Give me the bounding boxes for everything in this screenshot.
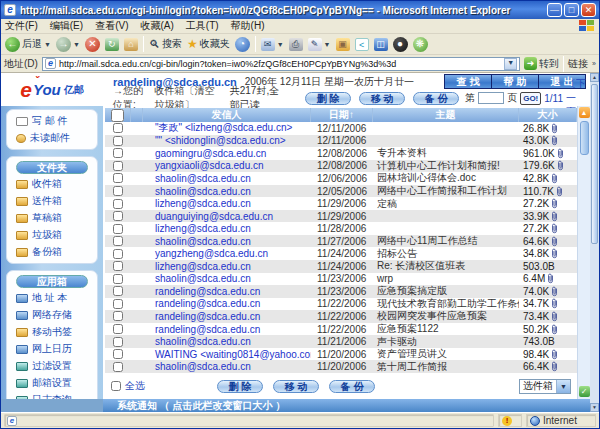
maximize-button[interactable]: □ bbox=[564, 3, 579, 17]
sender-link[interactable]: duanguiying@sdca.edu.cn bbox=[143, 211, 273, 222]
row-checkbox[interactable] bbox=[113, 199, 123, 209]
refresh-button[interactable]: ↻ bbox=[105, 38, 119, 51]
row-checkbox[interactable] bbox=[113, 274, 123, 284]
sender-link[interactable]: randeling@sdca.edu.cn bbox=[143, 324, 260, 335]
close-button[interactable]: ✕ bbox=[581, 3, 596, 17]
menu-help[interactable]: 帮助(H) bbox=[231, 19, 265, 33]
system-notice[interactable]: 系统通知 （ 点击此栏改变窗口大小 ） bbox=[103, 399, 590, 412]
subject-link[interactable] bbox=[373, 123, 377, 134]
sidebar-item-addressbook[interactable]: 地 址 本 bbox=[10, 291, 94, 305]
delete-button-bottom[interactable]: 删 除 bbox=[217, 380, 263, 393]
warning-icon[interactable]: ! bbox=[502, 416, 512, 426]
subject-link[interactable]: 专升本资料 bbox=[373, 147, 427, 158]
subject-link[interactable]: 第十周工作简报 bbox=[373, 361, 447, 372]
menu-favorites[interactable]: 收藏(A) bbox=[140, 19, 173, 33]
subject-link[interactable]: wrp bbox=[373, 273, 393, 284]
sender-link[interactable]: yangzheng@sdca.edu.cn bbox=[143, 248, 268, 259]
select-all[interactable]: 全选 bbox=[111, 379, 145, 393]
subject-link[interactable]: 应急预案1122 bbox=[373, 323, 439, 334]
outer-scrollbar[interactable]: ▲ ▼ bbox=[590, 73, 599, 412]
subject-link[interactable]: 园林培训心得体会.doc bbox=[373, 172, 476, 183]
sidebar-item-calendar[interactable]: 网上日历 bbox=[10, 342, 94, 356]
sidebar-item-sent[interactable]: 送件箱 bbox=[10, 194, 94, 208]
sidebar-item-unread[interactable]: 未读邮件 bbox=[10, 131, 94, 145]
inner-scrollbar[interactable]: ▲ ✓ bbox=[577, 106, 590, 399]
edit-button[interactable]: ✎▼ bbox=[308, 38, 331, 51]
sender-link[interactable]: lizheng@sdca.edu.cn bbox=[143, 198, 251, 209]
search-button[interactable]: 🔍︎搜索 bbox=[149, 37, 182, 51]
row-checkbox[interactable] bbox=[113, 211, 123, 221]
page-go-button[interactable]: GO! bbox=[520, 92, 541, 105]
delete-button-top[interactable]: 删 除 bbox=[305, 92, 351, 105]
row-checkbox[interactable] bbox=[113, 337, 123, 347]
select-all-checkbox[interactable] bbox=[111, 381, 121, 391]
sidebar-item-inbox[interactable]: 收件箱 bbox=[10, 177, 94, 191]
menu-edit[interactable]: 编辑(E) bbox=[50, 19, 83, 33]
sender-link[interactable]: randeling@sdca.edu.cn bbox=[143, 286, 260, 297]
forward-dropdown-icon[interactable]: ▼ bbox=[73, 41, 80, 48]
outer-scrollbar-thumb[interactable] bbox=[591, 84, 598, 244]
back-button[interactable]: ←后退▼ bbox=[5, 37, 51, 52]
scroll-top-icon[interactable]: ▲ bbox=[579, 107, 590, 118]
size-column-header[interactable]: 大小 bbox=[519, 108, 577, 122]
minimize-button[interactable]: — bbox=[547, 3, 562, 17]
select-all-header-checkbox[interactable] bbox=[111, 109, 124, 122]
mail-button[interactable]: ✉▼ bbox=[261, 38, 284, 51]
row-checkbox[interactable] bbox=[113, 249, 123, 259]
edit-dropdown-icon[interactable]: ▼ bbox=[324, 41, 331, 48]
row-checkbox[interactable] bbox=[113, 136, 123, 146]
row-checkbox[interactable] bbox=[113, 261, 123, 271]
subject-link[interactable] bbox=[373, 211, 377, 222]
subject-link[interactable]: 校园网突发事件应急预案 bbox=[373, 310, 487, 321]
sidebar-item-mailbox-settings[interactable]: 邮箱设置 bbox=[10, 376, 94, 390]
sender-link[interactable]: shaolin@sdca.edu.cn bbox=[143, 173, 251, 184]
chevron-down-icon[interactable]: ▼ bbox=[556, 380, 570, 393]
sidebar-item-bookmarks[interactable]: 移动书签 bbox=[10, 325, 94, 339]
menu-file[interactable]: 文件(F) bbox=[5, 19, 38, 33]
favorites-button[interactable]: ★收藏夹 bbox=[187, 37, 230, 51]
address-field[interactable]: e http://mail.sdca.edu.cn/cgi-bin/login?… bbox=[42, 57, 520, 71]
date-column-header[interactable]: 日期↑ bbox=[311, 108, 373, 122]
subject-link[interactable]: 现代技术教育部勤工助学工作条例 bbox=[373, 298, 519, 309]
row-checkbox[interactable] bbox=[113, 148, 123, 158]
row-checkbox[interactable] bbox=[113, 362, 123, 372]
sender-link[interactable]: randeling@sdca.edu.cn bbox=[143, 311, 260, 322]
sidebar-item-compose[interactable]: 写 邮 件 bbox=[10, 114, 94, 128]
inner-scrollbar-thumb[interactable] bbox=[580, 121, 589, 155]
sidebar-item-backup[interactable]: 备份箱 bbox=[10, 245, 94, 259]
menu-tools[interactable]: 工具(T) bbox=[186, 19, 219, 33]
row-checkbox[interactable] bbox=[113, 286, 123, 296]
history-button[interactable]: ◔ bbox=[235, 37, 250, 52]
row-checkbox[interactable] bbox=[113, 173, 123, 183]
mail-dropdown-icon[interactable]: ▼ bbox=[277, 41, 284, 48]
sidebar-item-netstorage[interactable]: 网络存储 bbox=[10, 308, 94, 322]
backup-button-top[interactable]: 备 份 bbox=[413, 92, 459, 105]
subject-link[interactable]: 定稿 bbox=[373, 198, 397, 209]
go-button[interactable]: ➜转到 bbox=[524, 57, 559, 71]
sender-link[interactable]: shaolin@sdca.edu.cn bbox=[143, 336, 251, 347]
print-button[interactable]: ⎙ bbox=[289, 38, 303, 51]
move-button-top[interactable]: 移 动 bbox=[359, 92, 405, 105]
row-checkbox[interactable] bbox=[113, 299, 123, 309]
subject-link[interactable]: 声卡驱动 bbox=[373, 336, 417, 347]
sender-link[interactable]: lizheng@sdca.edu.cn bbox=[143, 223, 251, 234]
address-url[interactable]: http://mail.sdca.edu.cn/cgi-bin/login?to… bbox=[59, 59, 396, 69]
row-checkbox[interactable] bbox=[113, 349, 123, 359]
subject-link[interactable] bbox=[373, 135, 377, 146]
sidebar-item-filter-settings[interactable]: 过滤设置 bbox=[10, 359, 94, 373]
messenger-plugin-button[interactable]: ▣ bbox=[336, 38, 350, 51]
sidebar-item-trash[interactable]: 垃圾箱 bbox=[10, 228, 94, 242]
row-checkbox[interactable] bbox=[113, 311, 123, 321]
sender-column-header[interactable]: 发信人 bbox=[143, 108, 311, 122]
plugin-button-2[interactable]: < bbox=[355, 38, 369, 51]
dict-plugin-button[interactable]: ◫ bbox=[374, 38, 388, 51]
back-dropdown-icon[interactable]: ▼ bbox=[44, 41, 51, 48]
sidebar-item-drafts[interactable]: 草稿箱 bbox=[10, 211, 94, 225]
sender-link[interactable]: randeling@sdca.edu.cn bbox=[143, 298, 260, 309]
row-checkbox[interactable] bbox=[113, 123, 123, 133]
links-chevron-icon[interactable]: » bbox=[592, 60, 596, 67]
scrollbar-down-icon[interactable]: ▼ bbox=[590, 403, 599, 412]
subject-link[interactable]: 网络中心11周工作总结 bbox=[373, 235, 477, 246]
sender-link[interactable]: gaomingru@sdca.edu.cn bbox=[143, 148, 266, 159]
plugin-button-3[interactable]: ❋ bbox=[413, 37, 428, 52]
